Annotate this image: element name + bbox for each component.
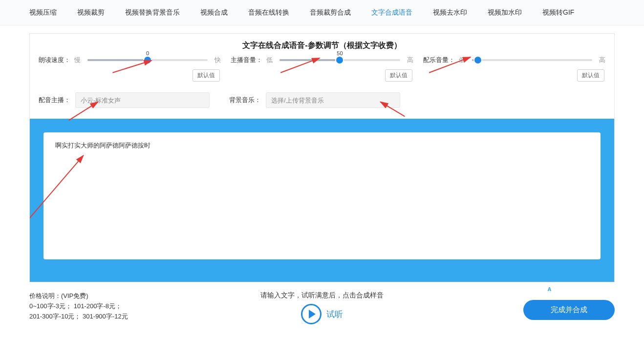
price-info: 价格说明：(VIP免费) 0~100字-3元； 101-200字-8元； 201… [29, 291, 186, 321]
slider-volume-thumb[interactable] [336, 57, 343, 64]
nav-item-2[interactable]: 视频替换背景音乐 [125, 8, 180, 17]
slider-speed-block: 朗读速度： 慢 0 快 默认值 [39, 56, 221, 82]
center-hint-block: 请输入文字，试听满意后，点击合成样音 试听 [260, 291, 384, 324]
nav-item-6[interactable]: 文字合成语音 [371, 8, 412, 17]
bgm-label: 背景音乐： [229, 96, 261, 105]
slider-volume-label: 主播音量： [231, 56, 262, 64]
nav-item-3[interactable]: 视频合成 [200, 8, 228, 17]
slider-volume-low: 低 [266, 56, 273, 64]
slider-speed-low: 慢 [74, 56, 81, 64]
price-lines: 0~100字-3元； 101-200字-8元； 201-300字-10元； 30… [29, 301, 186, 322]
finish-button[interactable]: 完成并合成 [523, 300, 615, 320]
top-nav: 视频压缩视频裁剪视频替换背景音乐视频合成音频在线转换音频裁剪合成文字合成语音视频… [0, 0, 644, 25]
nav-item-7[interactable]: 视频去水印 [433, 8, 467, 17]
slider-bgm-block: 配乐音量： 低 高 默认值 [423, 56, 605, 82]
settings-panel: 文字在线合成语音-参数调节（根据文字收费） 朗读速度： 慢 0 快 默认值 主播… [29, 33, 615, 282]
selects-row: 配音主播： 小云-标准女声 背景音乐： 选择/上传背景音乐 [30, 90, 614, 119]
play-label: 试听 [326, 309, 343, 320]
play-icon [301, 304, 322, 324]
nav-item-0[interactable]: 视频压缩 [29, 8, 57, 17]
bgm-select[interactable]: 选择/上传背景音乐 [266, 92, 400, 108]
slider-speed-label: 朗读速度： [39, 56, 70, 64]
slider-speed-default-button[interactable]: 默认值 [193, 69, 220, 82]
slider-bgm-thumb[interactable] [474, 57, 481, 64]
slider-bgm-high: 高 [599, 56, 605, 64]
nav-item-9[interactable]: 视频转GIF [542, 8, 574, 17]
nav-item-1[interactable]: 视频裁剪 [77, 8, 105, 17]
sliders-row: 朗读速度： 慢 0 快 默认值 主播音量： 低 50 高 [30, 56, 614, 90]
host-label: 配音主播： [39, 96, 70, 105]
panel-title: 文字在线合成语音-参数调节（根据文字收费） [30, 34, 614, 56]
nav-item-5[interactable]: 音频裁剪合成 [310, 8, 351, 17]
editor-text: 啊实打实大师的阿萨德阿萨德按时 [55, 142, 150, 149]
price-title: 价格说明：(VIP免费) [29, 291, 186, 301]
slider-volume-high: 高 [407, 56, 413, 64]
slider-volume-value: 50 [337, 50, 343, 56]
play-button[interactable]: 试听 [260, 304, 384, 324]
slider-volume[interactable]: 50 [279, 59, 400, 61]
host-select[interactable]: 小云-标准女声 [75, 92, 210, 108]
nav-item-8[interactable]: 视频加水印 [488, 8, 522, 17]
slider-bgm-default-button[interactable]: 默认值 [577, 69, 604, 82]
slider-bgm-low: 低 [459, 56, 465, 64]
slider-bgm-label: 配乐音量： [423, 56, 455, 64]
slider-volume-default-button[interactable]: 默认值 [385, 69, 412, 82]
hint-text: 请输入文字，试听满意后，点击合成样音 [260, 291, 384, 300]
slider-speed-thumb[interactable] [144, 57, 151, 64]
editor-zone: 啊实打实大师的阿萨德阿萨德按时 A 字符数： 15 / 900 [30, 119, 614, 282]
bottom-bar: 价格说明：(VIP免费) 0~100字-3元； 101-200字-8元； 201… [0, 282, 644, 325]
slider-bgm[interactable] [472, 59, 592, 61]
nav-item-4[interactable]: 音频在线转换 [248, 8, 289, 17]
text-editor[interactable]: 啊实打实大师的阿萨德阿萨德按时 [43, 132, 601, 259]
slider-speed-high: 快 [215, 56, 221, 64]
slider-speed[interactable]: 0 [87, 59, 208, 61]
slider-speed-value: 0 [146, 50, 149, 56]
slider-volume-block: 主播音量： 低 50 高 默认值 [231, 56, 413, 82]
